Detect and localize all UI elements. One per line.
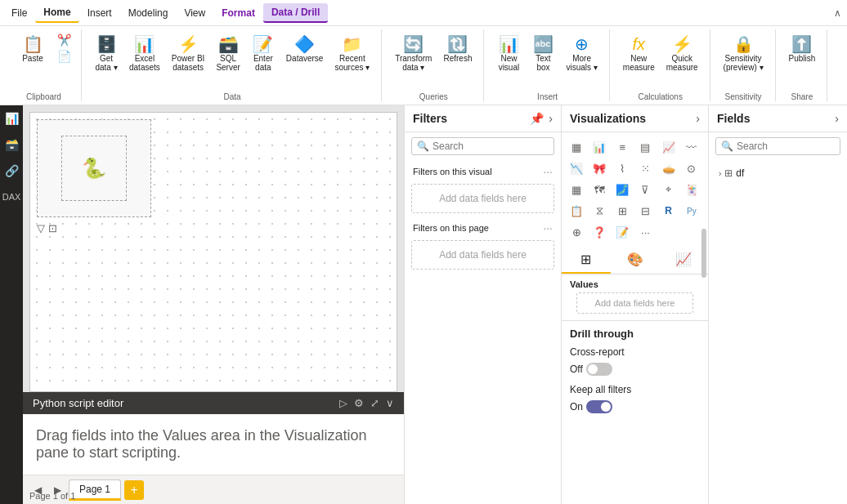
settings-icon[interactable]: ⚙ [354,397,364,409]
run-icon[interactable]: ▷ [339,397,347,409]
filters-header-icons: 📌 › [530,112,553,125]
ribbon-collapse-icon[interactable]: ∧ [831,7,844,20]
quick-measure-button[interactable]: ⚡ Quickmeasure [661,33,703,75]
viz-map-icon[interactable]: 🗺 [589,180,609,199]
viz-r-icon[interactable]: R [659,201,679,221]
filters-expand-icon[interactable]: › [549,112,553,125]
fields-df-item[interactable]: › ⊞ df [715,165,840,181]
viz-filled-map-icon[interactable]: 🗾 [612,180,632,199]
transform-data-button[interactable]: 🔄 Transformdata ▾ [390,33,437,75]
viz-values-title: Values [570,279,700,289]
menu-view[interactable]: View [176,4,213,22]
filters-visual-label: Filters on this visual [413,167,492,176]
nav-dax-icon[interactable]: DAX [2,187,21,207]
viz-qna-icon[interactable]: ❓ [589,222,609,242]
nav-data-icon[interactable]: 🗃️ [2,135,21,154]
powerbi-datasets-button[interactable]: ⚡ Power BIdatasets [167,33,210,75]
menu-insert[interactable]: Insert [79,4,120,22]
viz-decomp-icon[interactable]: ⊕ [567,222,586,242]
viz-donut-icon[interactable]: ⊙ [682,158,701,178]
filters-visual-add-field[interactable]: Add data fields here [411,184,554,213]
cross-report-toggle[interactable]: Off [570,363,700,376]
viz-scrollbar[interactable] [701,229,706,278]
collapse-icon[interactable]: ∨ [386,397,394,409]
refresh-button[interactable]: 🔃 Refresh [438,33,477,66]
new-visual-button[interactable]: 📊 Newvisual [492,33,525,75]
viz-python-icon[interactable]: Py [682,201,701,221]
fields-df-chevron: › [719,169,721,178]
new-measure-button[interactable]: fx Newmeasure [618,33,660,75]
viz-line-chart-icon[interactable]: 📈 [659,137,679,157]
viz-area-chart-icon[interactable]: 〰 [682,137,701,157]
get-data-button[interactable]: 🗄️ Getdata ▾ [90,33,123,75]
paste-button[interactable]: 📋 Paste [13,33,52,66]
viz-table-icon[interactable]: ⊞ [612,201,632,221]
keep-filters-toggle-track[interactable] [586,400,612,413]
viz-waterfall-icon[interactable]: ⌇ [612,158,632,178]
viz-pie-chart-icon[interactable]: 🥧 [659,158,679,178]
queries-buttons: 🔄 Transformdata ▾ 🔃 Refresh [390,29,477,89]
viz-100bar-icon[interactable]: ▤ [635,137,655,157]
excel-datasets-button[interactable]: 📊 Exceldatasets [124,33,165,75]
viz-scatter-icon[interactable]: ⁙ [635,158,655,178]
menu-modeling[interactable]: Modeling [120,4,177,22]
viz-slicer-icon[interactable]: ⧖ [589,201,609,221]
more-visuals-button[interactable]: ⊕ Morevisuals ▾ [561,33,602,75]
page-1-tab[interactable]: Page 1 [69,479,121,501]
pbi-label: Power BIdatasets [172,54,205,72]
viz-add-data-field[interactable]: Add data fields here [576,292,693,314]
menu-format[interactable]: Format [213,4,263,22]
fields-search-input[interactable] [737,140,835,152]
viz-kpi-icon[interactable]: 📋 [567,201,586,221]
filters-pin-icon[interactable]: 📌 [530,112,544,125]
text-box-button[interactable]: 🔤 Textbox [527,33,559,75]
viz-stacked-bar-icon[interactable]: ≡ [612,137,632,157]
canvas-area[interactable]: 🐍 ▽ ⊡ [23,105,404,392]
recent-sources-button[interactable]: 📁 Recentsources ▾ [329,33,374,75]
nav-model-icon[interactable]: 🔗 [2,161,21,181]
add-page-btn[interactable]: + [124,480,144,500]
viz-column-chart-icon[interactable]: 📊 [589,137,609,157]
menu-data-drill[interactable]: Data / Drill [263,3,328,23]
insert-buttons: 📊 Newvisual 🔤 Textbox ⊕ Morevisuals ▾ [492,29,602,89]
expand-icon[interactable]: ⤢ [370,397,379,409]
viz-card-icon[interactable]: 🃏 [682,180,701,199]
viz-treemap-icon[interactable]: ▦ [567,180,586,199]
visual-filter-icon[interactable]: ▽ [37,222,45,234]
fields-search-box[interactable]: 🔍 [715,137,840,155]
viz-line-cluster-icon[interactable]: 📉 [567,158,586,178]
viz-gauge-icon[interactable]: ⌖ [659,180,679,199]
cut-button[interactable]: ✂️ [54,33,74,47]
viz-matrix-icon[interactable]: ⊟ [635,201,655,221]
dataverse-button[interactable]: 🔷 Dataverse [281,33,329,66]
keep-filters-toggle[interactable]: On [570,400,700,413]
viz-ribbon-icon[interactable]: 🎀 [589,158,609,178]
filters-page-add-field[interactable]: Add data fields here [411,240,554,270]
menu-file[interactable]: File [3,4,35,22]
sql-server-button[interactable]: 🗃️ SQLServer [211,33,244,75]
publish-button[interactable]: ⬆️ Publish [784,33,821,66]
filters-visual-more[interactable]: ··· [543,165,553,178]
sensitivity-button[interactable]: 🔒 Sensitivity(preview) ▾ [719,33,769,75]
copy-button[interactable]: 📄 [54,49,74,64]
viz-bar-chart-icon[interactable]: ▦ [567,137,586,157]
cross-report-toggle-track[interactable] [586,363,612,376]
viz-funnel-icon[interactable]: ⊽ [635,180,655,199]
viz-expand-icon[interactable]: › [696,112,700,125]
viz-values-section: Values Add data fields here [562,274,708,320]
viz-more-icon[interactable]: ··· [635,222,655,242]
viz-tab-build[interactable]: ⊞ [562,247,611,274]
menu-home[interactable]: Home [35,3,78,23]
fields-expand-icon[interactable]: › [835,112,839,125]
filters-page-more[interactable]: ··· [543,221,553,234]
viz-tab-format[interactable]: 🎨 [611,247,660,274]
filters-search-box[interactable]: 🔍 [411,137,554,155]
enter-label: Enterdata [253,54,273,72]
enter-data-button[interactable]: 📝 Enterdata [247,33,280,75]
visual-focus-icon[interactable]: ⊡ [48,222,57,234]
filters-page-section: Filters on this page ··· [405,216,561,237]
filters-search-input[interactable] [432,140,549,152]
nav-report-icon[interactable]: 📊 [2,109,21,128]
clipboard-buttons: 📋 Paste ✂️ 📄 [13,29,74,89]
viz-smart-narr-icon[interactable]: 📝 [612,222,632,242]
